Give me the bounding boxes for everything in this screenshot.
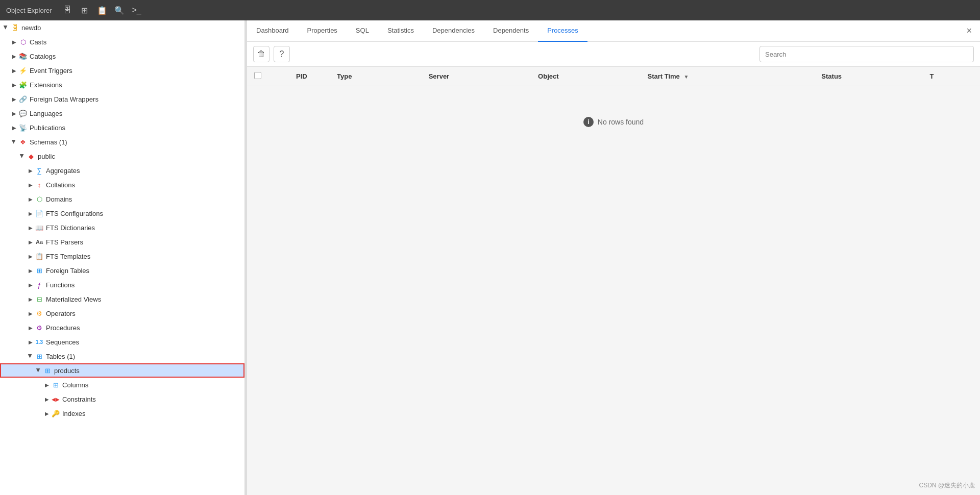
sequences-icon: 1.3 [35,337,44,346]
tree-item-fts-dictionaries[interactable]: ▶📖FTS Dictionaries [0,220,244,235]
type-col-header[interactable]: Type [330,67,422,86]
tab-dependents[interactable]: Dependents [484,20,538,42]
expand-arrow-casts[interactable]: ▶ [10,38,18,46]
tree-label-fts-dictionaries: FTS Dictionaries [46,224,95,232]
toolbar-icons: 🗄 ⊞ 📋 🔍 >_ [60,3,144,17]
tab-sql[interactable]: SQL [347,20,378,42]
expand-arrow-functions[interactable]: ▶ [27,281,35,289]
search-input[interactable] [760,46,974,62]
empty-state: i No rows found [247,86,980,158]
operators-icon: ⚙ [35,309,44,318]
tree-item-sequences[interactable]: ▶1.3Sequences [0,335,244,349]
tree-item-collations[interactable]: ▶↕Collations [0,178,244,192]
pid-col-header[interactable]: PID [289,67,330,86]
expand-arrow-procedures[interactable]: ▶ [27,324,35,332]
expand-arrow-foreign-data-wrappers[interactable]: ▶ [10,95,18,103]
tree-item-materialized-views[interactable]: ▶⊟Materialized Views [0,292,244,306]
terminal-toolbar-icon[interactable]: >_ [130,3,144,17]
expand-arrow-domains[interactable]: ▶ [27,195,35,203]
expand-arrow-schemas[interactable]: ▶ [10,138,18,146]
expand-arrow-aggregates[interactable]: ▶ [27,166,35,175]
server-toolbar-icon[interactable]: 🗄 [60,3,75,17]
server-col-header[interactable]: Server [422,67,531,86]
start-time-col-header[interactable]: Start Time ▼ [640,67,814,86]
search-toolbar-icon[interactable]: 🔍 [112,3,127,17]
top-toolbar: Object Explorer 🗄 ⊞ 📋 🔍 >_ [0,0,980,20]
tree-item-catalogs[interactable]: ▶📚Catalogs [0,49,244,63]
object-col-header[interactable]: Object [531,67,640,86]
tree-item-foreign-tables[interactable]: ▶⊞Foreign Tables [0,263,244,278]
expand-arrow-operators[interactable]: ▶ [27,309,35,317]
expand-arrow-public[interactable]: ▶ [18,152,27,160]
tree-item-columns[interactable]: ▶⊞Columns [0,378,244,392]
tree-label-domains: Domains [46,195,72,203]
tree-item-languages[interactable]: ▶💬Languages [0,106,244,120]
delete-button[interactable]: 🗑 [253,46,270,62]
tree-item-domains[interactable]: ▶⬡Domains [0,192,244,206]
fts-dictionaries-icon: 📖 [35,223,44,232]
app-title: Object Explorer [6,7,52,14]
expand-arrow-columns[interactable]: ▶ [43,381,51,389]
tree-item-constraints[interactable]: ▶◀▶Constraints [0,392,244,406]
expand-arrow-tables[interactable]: ▶ [27,352,35,360]
table-toolbar-icon[interactable]: ⊞ [78,3,92,17]
tree-item-fts-templates[interactable]: ▶📋FTS Templates [0,249,244,263]
expand-arrow-fts-dictionaries[interactable]: ▶ [27,224,35,232]
collations-icon: ↕ [35,180,44,189]
expand-arrow-newdb[interactable]: ▶ [2,23,10,32]
tree-item-fts-parsers[interactable]: ▶AaFTS Parsers [0,235,244,249]
extensions-icon: 🧩 [18,80,28,89]
tree-item-event-triggers[interactable]: ▶⚡Event Triggers [0,63,244,78]
expand-arrow-collations[interactable]: ▶ [27,181,35,189]
tree-item-products[interactable]: ▶⊞products [0,363,244,378]
expand-arrow-constraints[interactable]: ▶ [43,395,51,403]
t-col-header[interactable]: T [922,67,980,86]
spacer-col-header [268,67,289,86]
status-col-header[interactable]: Status [814,67,922,86]
casts-icon: ⬡ [18,37,28,46]
expand-arrow-indexes[interactable]: ▶ [43,409,51,417]
object-explorer-panel: ▶🗄newdb▶⬡Casts▶📚Catalogs▶⚡Event Triggers… [0,20,245,495]
expand-arrow-catalogs[interactable]: ▶ [10,52,18,60]
tree-item-extensions[interactable]: ▶🧩Extensions [0,78,244,92]
fts-parsers-icon: Aa [35,237,44,246]
tab-dashboard[interactable]: Dashboard [247,20,298,42]
tree-item-casts[interactable]: ▶⬡Casts [0,35,244,49]
tree-item-newdb[interactable]: ▶🗄newdb [0,20,244,35]
tree-container[interactable]: ▶🗄newdb▶⬡Casts▶📚Catalogs▶⚡Event Triggers… [0,20,244,495]
tree-item-publications[interactable]: ▶📡Publications [0,120,244,135]
main-layout: ▶🗄newdb▶⬡Casts▶📚Catalogs▶⚡Event Triggers… [0,20,980,495]
app-container: Object Explorer 🗄 ⊞ 📋 🔍 >_ ▶🗄newdb▶⬡Cast… [0,0,980,495]
expand-arrow-languages[interactable]: ▶ [10,109,18,117]
expand-arrow-extensions[interactable]: ▶ [10,81,18,89]
expand-arrow-fts-templates[interactable]: ▶ [27,252,35,260]
expand-arrow-materialized-views[interactable]: ▶ [27,295,35,303]
tree-item-aggregates[interactable]: ▶∑Aggregates [0,163,244,178]
tree-item-foreign-data-wrappers[interactable]: ▶🔗Foreign Data Wrappers [0,92,244,106]
tab-processes[interactable]: Processes [538,20,587,42]
expand-arrow-publications[interactable]: ▶ [10,123,18,132]
tree-item-public[interactable]: ▶◆public [0,149,244,163]
tree-label-materialized-views: Materialized Views [46,295,101,303]
close-button[interactable]: × [966,26,980,36]
table-container: PID Type Server Object Start Time ▼ Stat… [247,67,980,495]
help-button[interactable]: ? [274,46,290,62]
tree-item-indexes[interactable]: ▶🔑Indexes [0,406,244,420]
expand-arrow-fts-parsers[interactable]: ▶ [27,238,35,246]
expand-arrow-foreign-tables[interactable]: ▶ [27,266,35,275]
tab-properties[interactable]: Properties [298,20,347,42]
tab-statistics[interactable]: Statistics [378,20,423,42]
tree-item-functions[interactable]: ▶ƒFunctions [0,278,244,292]
expand-arrow-sequences[interactable]: ▶ [27,338,35,346]
tree-item-operators[interactable]: ▶⚙Operators [0,306,244,320]
tree-item-schemas[interactable]: ▶❖Schemas (1) [0,135,244,149]
tree-item-procedures[interactable]: ▶⚙Procedures [0,320,244,335]
tree-item-fts-configurations[interactable]: ▶📄FTS Configurations [0,206,244,220]
query-toolbar-icon[interactable]: 📋 [95,3,109,17]
tree-label-publications: Publications [30,124,65,132]
expand-arrow-event-triggers[interactable]: ▶ [10,66,18,75]
expand-arrow-fts-configurations[interactable]: ▶ [27,209,35,217]
tree-item-tables[interactable]: ▶⊞Tables (1) [0,349,244,363]
expand-arrow-products[interactable]: ▶ [35,366,43,375]
tab-dependencies[interactable]: Dependencies [423,20,484,42]
